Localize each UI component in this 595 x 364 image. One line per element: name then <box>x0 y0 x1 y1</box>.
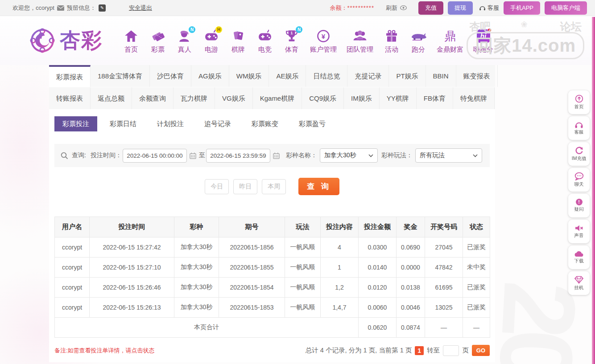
yesterday-button[interactable]: 昨日 <box>233 179 257 194</box>
nav-item-activity[interactable]: 活动 <box>378 28 405 54</box>
time-to-input[interactable] <box>206 149 270 163</box>
tab-account-change[interactable]: 账变报表 <box>456 65 498 87</box>
hot-badge: H <box>215 26 222 33</box>
nav-item-home[interactable]: 首页 <box>118 28 145 54</box>
sidebar-item-im-recharge[interactable]: IM充值 <box>568 142 590 166</box>
subtab-lottery-daily[interactable]: 彩票日结 <box>102 116 145 131</box>
mobile-app-button[interactable]: 手机APP <box>504 1 540 15</box>
customer-service-link[interactable]: 客服 <box>479 4 499 12</box>
cell-issue: 20220615-1856 <box>219 237 285 258</box>
edit-reserved-icon[interactable]: ✎ <box>99 4 106 12</box>
chevron-down-icon <box>368 154 373 157</box>
tab-fb-sport[interactable]: FB体育 <box>417 87 453 109</box>
time-from-input[interactable] <box>123 149 187 163</box>
status-badge[interactable]: 未中奖 <box>463 258 490 278</box>
chevron-down-icon <box>473 154 478 157</box>
cell-play: 一帆风顺 <box>285 278 321 298</box>
goto-page-input[interactable] <box>443 345 459 356</box>
recharge-button[interactable]: 充值 <box>418 1 443 15</box>
subtab-plan-bets[interactable]: 计划投注 <box>149 116 192 131</box>
esports-gamepad-icon <box>256 28 273 45</box>
sidebar-item-chat[interactable]: 聊天 <box>568 168 590 192</box>
status-badge[interactable]: 已派奖 <box>463 298 490 318</box>
pc-client-button[interactable]: 电脑客户端 <box>545 1 587 15</box>
sidebar-item-autoplay[interactable]: 挂机 <box>568 271 590 295</box>
cell-draw-number: 27045 <box>425 237 463 258</box>
cell-bet-time: 2022-06-15 15:26:13 <box>90 298 174 318</box>
query-submit-button[interactable]: 查 询 <box>298 178 339 195</box>
tab-daily-overview[interactable]: 日结总览 <box>306 65 347 87</box>
tab-vg[interactable]: VG娱乐 <box>215 87 253 109</box>
watermark-left: 杏吧 <box>469 20 491 34</box>
search-icon <box>61 152 68 160</box>
nav-item-lottery[interactable]: 彩票 <box>145 28 171 54</box>
tab-rebate-total[interactable]: 返点总额 <box>91 87 132 109</box>
nav-item-boardgames[interactable]: 棋牌 <box>225 28 252 54</box>
tab-deposit-withdraw[interactable]: 充提记录 <box>347 65 389 87</box>
today-button[interactable]: 今日 <box>205 179 229 194</box>
site-logo[interactable]: 杏彩 <box>29 27 103 54</box>
tab-im[interactable]: IM娱乐 <box>344 87 380 109</box>
withdraw-button[interactable]: 提现 <box>448 1 473 15</box>
calendar-icon[interactable] <box>273 152 280 159</box>
tab-wali[interactable]: 瓦力棋牌 <box>174 87 215 109</box>
nav-item-egames[interactable]: H 电游 <box>198 28 225 54</box>
tab-ag[interactable]: AG娱乐 <box>191 65 229 87</box>
tab-shaba-sport[interactable]: 沙巴体育 <box>150 65 191 87</box>
status-badge[interactable]: 已派奖 <box>463 278 490 298</box>
sidebar-item-service[interactable]: 客服 <box>568 116 590 140</box>
tab-balance-query[interactable]: 余额查询 <box>132 87 174 109</box>
trophy-icon: 1 N <box>283 28 300 45</box>
cell-issue: 20220615-1855 <box>219 258 285 278</box>
nav-item-sports[interactable]: 1 N 体育 <box>278 28 305 54</box>
tab-bbin[interactable]: BBIN <box>426 65 456 87</box>
toggle-balance-eye-icon[interactable] <box>400 5 407 10</box>
tab-lottery-report[interactable]: 彩票报表 <box>49 65 91 87</box>
nav-item-esports[interactable]: 电竞 <box>252 28 278 54</box>
cell-lottery: 加拿大30秒 <box>174 258 219 278</box>
new-badge: N <box>296 26 302 33</box>
tab-ae[interactable]: AE娱乐 <box>269 65 306 87</box>
status-badge[interactable]: 已派奖 <box>463 237 490 258</box>
nav-item-live[interactable]: N 真人 <box>171 28 198 54</box>
recharge-refresh-icon <box>575 146 583 155</box>
subtab-lottery-account-change[interactable]: 彩票账变 <box>244 116 286 131</box>
tab-cq9[interactable]: CQ9娱乐 <box>302 87 344 109</box>
watermark-right: 论坛 <box>560 20 582 34</box>
tab-wm[interactable]: WM娱乐 <box>229 65 269 87</box>
tab-yy[interactable]: YY棋牌 <box>380 87 417 109</box>
tab-pt[interactable]: PT娱乐 <box>389 65 426 87</box>
subtab-lottery-bets[interactable]: 彩票投注 <box>54 116 97 131</box>
tab-kgame[interactable]: Kgame棋牌 <box>253 87 302 109</box>
nav-item-account[interactable]: ¥ 账户管理 <box>305 28 342 54</box>
query-form: 查询: 投注时间： 至 彩种名称： 加拿大30秒 彩种玩法： 所有玩法 <box>54 144 490 167</box>
lottery-name-select[interactable]: 加拿大30秒 <box>320 148 378 163</box>
team-icon <box>351 28 368 45</box>
col-draw-number: 开奖号码 <box>425 217 463 237</box>
sidebar-item-question[interactable]: ! 疑问 <box>568 194 590 217</box>
sidebar-item-sound[interactable]: 声音 <box>568 220 590 243</box>
tab-transfer-report[interactable]: 转账报表 <box>49 87 91 109</box>
current-page-badge[interactable]: 1 <box>415 346 424 355</box>
this-week-button[interactable]: 本周 <box>262 179 286 194</box>
tab-188-sport[interactable]: 188金宝博体育 <box>91 65 150 87</box>
go-button[interactable]: GO <box>472 345 490 356</box>
nav-item-team[interactable]: 团队管理 <box>342 28 378 54</box>
col-status: 状态 <box>463 217 490 237</box>
nav-item-jinding[interactable]: 鼎 金鼎财富 <box>432 28 468 54</box>
sidebar-item-download[interactable]: 下载 <box>568 245 590 269</box>
calendar-icon[interactable] <box>190 152 196 159</box>
logout-link[interactable]: 安全退出 <box>129 4 152 12</box>
site-watermark: 杏吧 ❀ 论坛 回家14.com <box>467 20 584 59</box>
subtab-lottery-profit[interactable]: 彩票盈亏 <box>291 116 334 131</box>
subtab-chase-records[interactable]: 追号记录 <box>196 116 239 131</box>
tab-tetu[interactable]: 特兔棋牌 <box>453 87 495 109</box>
refresh-balance-link[interactable]: 刷新 <box>386 4 397 12</box>
cell-play: 一帆风顺 <box>285 237 321 258</box>
nav-item-paofen[interactable]: 跑分 <box>405 28 432 54</box>
live-person-icon: N <box>176 28 193 45</box>
sidebar-item-home[interactable]: 首页 <box>568 90 590 114</box>
message-envelope-icon[interactable] <box>57 5 64 11</box>
play-type-select[interactable]: 所有玩法 <box>415 148 482 163</box>
site-header: 杏彩 首页 彩票 N 真人 H 电游 <box>0 16 595 65</box>
